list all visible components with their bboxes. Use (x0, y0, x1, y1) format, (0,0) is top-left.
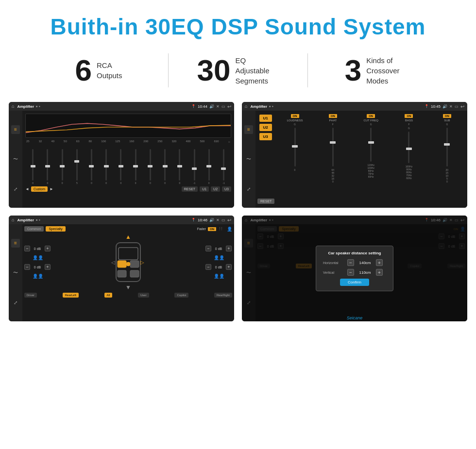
distance-dialog: Car speaker distance setting Horizontal … (316, 246, 393, 291)
sidebar-eq-icon[interactable]: ≡ (11, 125, 20, 134)
eq-slider-1[interactable]: 0 (41, 149, 54, 184)
eq-slider-2[interactable]: 0 (55, 149, 68, 184)
eq-back-icon[interactable]: ↩ (227, 104, 231, 109)
eq-slider-6[interactable]: 0 (114, 149, 127, 184)
amp-dots: ■ ● (269, 105, 273, 108)
phat-slider[interactable] (332, 128, 334, 166)
fader-tl-minus[interactable]: − (24, 246, 30, 251)
amp-back-icon[interactable]: ↩ (460, 104, 464, 109)
fader-tr-plus[interactable]: + (226, 246, 232, 251)
fader-copilot-btn[interactable]: Copilot (174, 293, 188, 298)
fader-back-icon[interactable]: ↩ (227, 217, 231, 223)
amp-sidebar-eq-icon[interactable]: ≡ (244, 125, 253, 134)
eq-prev-icon[interactable]: ◄ (25, 187, 29, 191)
eq-u3-btn[interactable]: U3 (222, 186, 231, 192)
fader-topbar: ⌂ Amplifier ■ ● 📍 10:46 🔊 ✕ ▭ ↩ (9, 216, 234, 224)
fader-br-minus[interactable]: − (205, 264, 211, 270)
fader-tl-plus[interactable]: + (45, 246, 51, 251)
dist-confirm-button[interactable]: Confirm (340, 279, 369, 286)
eq-location-icon: 📍 (191, 104, 196, 108)
fader-all-btn[interactable]: All (104, 293, 113, 298)
loudness-slider[interactable] (294, 128, 296, 166)
fader-sidebar-expand-icon[interactable]: ⤢ (11, 298, 20, 307)
dist-vertical-value: 110cm (357, 270, 374, 275)
eq-slider-0[interactable]: 0 (26, 149, 39, 184)
eq-slider-7[interactable]: 0 (129, 149, 142, 184)
loudness-on-badge: ON (291, 114, 299, 118)
dist-vertical-plus[interactable]: + (376, 269, 383, 276)
amp-u2-btn[interactable]: U2 (259, 124, 272, 131)
eq-slider-3[interactable]: 5 (70, 149, 84, 184)
amp-location-icon: 📍 (425, 104, 429, 108)
stat-crossover-label: Kinds ofCrossover Modes (366, 55, 410, 86)
bass-label: BASS (405, 119, 413, 122)
sidebar-expand-icon[interactable]: ⤢ (11, 184, 20, 193)
cutfreq-slider[interactable] (370, 128, 372, 162)
eq-slider-4[interactable]: 0 (85, 149, 98, 184)
eq-x-icon[interactable]: ✕ (216, 104, 220, 109)
eq-slider-11[interactable]: -1 (187, 149, 201, 184)
dist-horizontal-minus[interactable]: − (347, 259, 354, 266)
eq-reset-btn[interactable]: RESET (182, 186, 198, 192)
amp-topbar: ⌂ Amplifier ■ ● 📍 10:45 🔊 ✕ ▭ ↩ (242, 102, 467, 111)
eq-slider-12[interactable]: 0 (203, 149, 216, 184)
eq-slider-10[interactable]: 0 (173, 149, 186, 184)
eq-slider-8[interactable]: 0 (144, 149, 157, 184)
amp-time: 10:45 (431, 104, 441, 109)
eq-next-icon[interactable]: ► (50, 187, 53, 191)
fader-screen: ⌂ Amplifier ■ ● 📍 10:46 🔊 ✕ ▭ ↩ ≡ 〜 ⤢ Co… (9, 216, 234, 321)
sub-slider[interactable] (446, 128, 448, 166)
amp-window-icon[interactable]: ▭ (455, 104, 459, 109)
eq-slider-5[interactable]: 0 (100, 149, 113, 184)
phat-on-badge: ON (329, 114, 337, 118)
fader-common-tab[interactable]: Common (24, 226, 44, 232)
amp-sidebar-wave-icon[interactable]: 〜 (244, 155, 253, 164)
fader-home-icon[interactable]: ⌂ (12, 217, 14, 222)
fader-bl-plus[interactable]: + (45, 264, 51, 270)
fader-toggle-icon[interactable]: ⧘⧘ (219, 227, 223, 231)
eq-slider-9[interactable]: 0 (158, 149, 171, 184)
fader-arrow-up-icon[interactable]: ▲ (125, 233, 131, 240)
stat-eq-label: EQ AdjustableSegments (235, 55, 279, 86)
dist-horizontal-value: 140cm (357, 261, 374, 265)
amp-u1-btn[interactable]: U1 (259, 115, 272, 122)
fader-rearright-btn[interactable]: RearRight (214, 293, 232, 298)
amp-sidebar-expand-icon[interactable]: ⤢ (244, 184, 253, 193)
fader-br-plus[interactable]: + (226, 264, 232, 270)
fader-window-icon[interactable]: ▭ (221, 218, 225, 222)
amp-home-icon[interactable]: ⌂ (245, 104, 247, 109)
fader-x-icon[interactable]: ✕ (216, 218, 220, 222)
eq-u1-btn[interactable]: U1 (200, 186, 209, 192)
eq-u2-btn[interactable]: U2 (211, 186, 220, 192)
fader-rearleft-btn[interactable]: RearLeft (63, 293, 79, 298)
amp-u3-btn[interactable]: U3 (259, 133, 272, 140)
stat-eq-number: 30 (197, 55, 231, 85)
fader-sidebar-eq-icon[interactable]: ≡ (11, 239, 20, 248)
fader-tr-minus[interactable]: − (205, 246, 211, 251)
dist-vertical-row: Vertical − 110cm + (323, 269, 386, 276)
page-title: Buith-in 30EQ DSP Sound System (0, 0, 476, 49)
dist-vertical-label: Vertical (323, 271, 345, 274)
svg-text:▷: ▷ (140, 260, 144, 265)
fader-arrow-down-icon[interactable]: ▼ (125, 284, 131, 291)
eq-custom-btn[interactable]: Custom (31, 186, 48, 192)
fader-driver-btn[interactable]: Driver (24, 293, 37, 298)
eq-graph (25, 114, 231, 138)
fader-main: Common Specialty Fader ON ⧘⧘ 👤 − 0 dB (22, 224, 234, 321)
amp-x-icon[interactable]: ✕ (449, 104, 453, 109)
stat-rca: 6 RCAOutputs (29, 55, 168, 85)
dist-vertical-minus[interactable]: − (347, 269, 354, 276)
dist-horizontal-plus[interactable]: + (376, 259, 383, 266)
eq-window-icon[interactable]: ▭ (221, 104, 225, 109)
sidebar-wave-icon[interactable]: 〜 (11, 155, 20, 164)
fader-specialty-tab[interactable]: Specialty (46, 226, 65, 232)
fader-sidebar-wave-icon[interactable]: 〜 (11, 268, 20, 277)
amp-volume-icon: 🔊 (442, 104, 447, 109)
eq-slider-13[interactable]: -1 (217, 149, 230, 184)
fader-bl-minus[interactable]: − (24, 264, 30, 270)
fader-user-btn[interactable]: User (138, 293, 149, 298)
bass-slider[interactable] (408, 132, 409, 163)
sub-on-badge: ON (443, 114, 451, 118)
amp-reset-btn[interactable]: RESET (257, 199, 274, 204)
home-icon[interactable]: ⌂ (12, 104, 14, 109)
